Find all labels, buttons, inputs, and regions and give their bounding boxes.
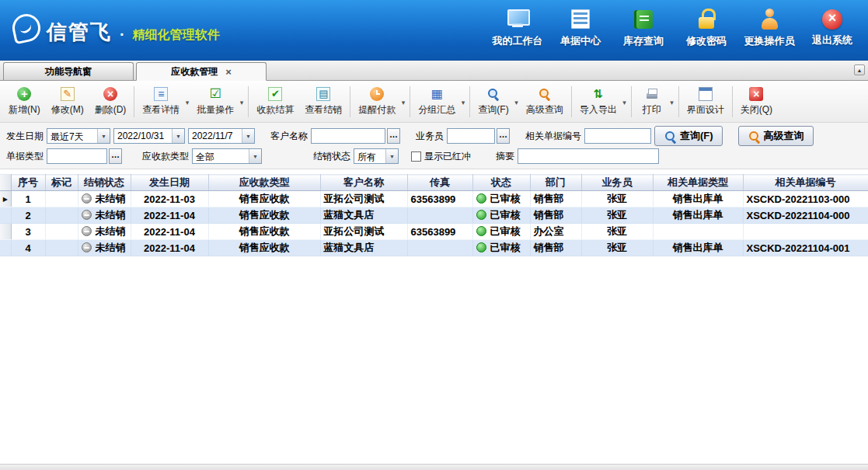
nav-switch-operator[interactable]: 更换操作员 [743, 9, 796, 48]
doc-type-input[interactable] [47, 148, 107, 164]
grid-corner-cell [0, 175, 11, 191]
app-header: 信管飞 · 精细化管理软件 我的工作台单据中心库存查询修改密码更换操作员退出系统 [0, 0, 868, 61]
remind-pay-button[interactable]: 提醒付款 [353, 83, 407, 120]
impexp-icon [591, 87, 605, 101]
tab-close-icon[interactable] [225, 67, 232, 77]
logo-subtitle: 精细化管理软件 [133, 28, 220, 42]
chevron-down-icon [97, 129, 110, 143]
column-header-related-doc-type[interactable]: 相关单据类型 [653, 175, 743, 191]
receivable-type-label: 应收款类型 [142, 150, 189, 163]
row-selector-cell[interactable] [0, 224, 11, 240]
related-doc-no-input[interactable] [584, 128, 651, 144]
receive-settle-button[interactable]: 收款结算 [251, 83, 299, 120]
cell-related-doc-type: 销售出库单 [653, 207, 743, 224]
nav-change-password[interactable]: 修改密码 [680, 9, 733, 48]
settle-status-label: 结销状态 [313, 150, 350, 163]
advanced-query-button[interactable]: 高级查询 [521, 83, 569, 120]
ui-icon [699, 87, 713, 101]
nav-exit-system[interactable]: 退出系统 [806, 9, 859, 48]
customer-name-input[interactable] [311, 128, 385, 144]
toolbar: 新增(N)修改(M)删除(D)查看详情批量操作收款结算查看结销提醒付款分组汇总查… [0, 81, 868, 123]
nav-doc-center[interactable]: 单据中心 [554, 9, 607, 48]
date-to-picker[interactable]: 2022/11/7 [188, 128, 255, 144]
table-row[interactable]: 3未结销2022-11-04销售应收款亚拓公司测试63563899已审核办公室张… [0, 224, 868, 240]
approved-status-icon [476, 210, 486, 220]
column-header-customer-name[interactable]: 客户名称 [320, 175, 407, 191]
column-header-fax[interactable]: 传真 [407, 175, 472, 191]
cell-related-doc-type: 销售出库单 [653, 191, 743, 207]
scroll-up-button[interactable] [854, 64, 865, 75]
edit-button[interactable]: 修改(M) [46, 83, 89, 120]
advanced-query-button[interactable]: 高级查询 [738, 126, 814, 146]
settle-status-select[interactable]: 所有 [354, 148, 399, 164]
nav-my-workspace[interactable]: 我的工作台 [491, 9, 544, 48]
column-header-status[interactable]: 状态 [472, 175, 530, 191]
nav-label: 修改密码 [686, 34, 727, 48]
tab-nav-window[interactable]: 功能导航窗 [3, 62, 134, 80]
nav-inventory-query[interactable]: 库存查询 [617, 9, 670, 48]
group-summary-button[interactable]: 分组汇总 [413, 83, 467, 120]
column-header-mark[interactable]: 标记 [45, 175, 78, 191]
approved-status-icon [476, 193, 486, 204]
table-row[interactable]: 4未结销2022-11-04销售应收款蓝猫文具店已审核销售部张亚销售出库单XSC… [0, 240, 868, 256]
query-button[interactable]: 查询(F) [472, 83, 520, 120]
toolbar-separator [571, 86, 572, 117]
cell-related-doc-no: XSCKD-20221104-001 [743, 240, 868, 256]
view-detail-button[interactable]: 查看详情 [137, 83, 191, 120]
cell-occur-date: 2022-11-03 [131, 191, 208, 207]
salesman-input[interactable] [447, 128, 495, 144]
date-filter-label: 发生日期 [6, 130, 44, 143]
toolbar-button-label: 分组汇总 [418, 103, 455, 117]
table-row[interactable]: 2未结销2022-11-04销售应收款蓝猫文具店已审核销售部张亚销售出库单XSC… [0, 207, 868, 224]
selected-row-arrow-icon [0, 196, 11, 203]
search-icon [486, 87, 500, 101]
show-red-label: 显示已红冲 [424, 150, 471, 163]
cell-status: 已审核 [472, 191, 530, 207]
ui-design-button[interactable]: 界面设计 [682, 83, 730, 120]
summary-input[interactable] [518, 148, 659, 164]
nav-label: 库存查询 [623, 34, 664, 48]
salesman-lookup-button[interactable] [497, 128, 510, 144]
tab-bar: 功能导航窗应收款管理 [0, 61, 868, 81]
batch-ops-button[interactable]: 批量操作 [191, 83, 246, 120]
row-selector-cell[interactable] [0, 240, 11, 256]
doc-type-lookup-button[interactable] [109, 148, 122, 164]
column-header-seq[interactable]: 序号 [11, 175, 45, 191]
customer-lookup-button[interactable] [387, 128, 400, 144]
delete-button[interactable]: 删除(D) [89, 83, 132, 120]
toolbar-button-label: 打印 [643, 103, 661, 117]
row-selector-cell[interactable] [0, 191, 11, 207]
close-tab-button[interactable]: 关闭(Q) [735, 83, 778, 120]
row-selector-cell[interactable] [0, 207, 11, 224]
column-header-settle-status[interactable]: 结销状态 [78, 175, 131, 191]
tab-strip: 功能导航窗应收款管理 [3, 62, 269, 80]
query-button[interactable]: 查询(F) [654, 126, 723, 146]
cell-status: 已审核 [472, 240, 530, 256]
column-header-salesman[interactable]: 业务员 [581, 175, 653, 191]
print-button[interactable]: 打印 [634, 83, 676, 120]
logo-separator: · [120, 26, 125, 42]
toolbar-button-label: 导入导出 [580, 103, 617, 117]
column-header-occur-date[interactable]: 发生日期 [131, 175, 208, 191]
add-button[interactable]: 新增(N) [3, 83, 46, 120]
import-export-button[interactable]: 导入导出 [574, 83, 629, 120]
table-row[interactable]: 1未结销2022-11-03销售应收款亚拓公司测试63563899已审核销售部张… [0, 191, 868, 207]
show-red-checkbox[interactable] [411, 151, 421, 162]
customer-filter-label: 客户名称 [270, 130, 308, 143]
tab-label: 功能导航窗 [45, 65, 92, 78]
viewsettle-icon [316, 87, 330, 101]
tab-receivable-mgmt[interactable]: 应收款管理 [136, 62, 267, 81]
column-header-related-doc-no[interactable]: 相关单据编号 [743, 175, 868, 191]
receivable-type-select[interactable]: 全部 [192, 148, 262, 164]
column-header-department[interactable]: 部门 [530, 175, 581, 191]
chevron-down-icon [249, 149, 261, 163]
print-icon [645, 87, 659, 101]
date-from-picker[interactable]: 2022/10/31 [113, 128, 185, 144]
date-range-select[interactable]: 最近7天 [47, 128, 110, 144]
column-header-receivable-type[interactable]: 应收款类型 [208, 175, 320, 191]
tab-label: 应收款管理 [171, 65, 218, 78]
filter-row-2: 单据类型 应收款类型 全部 结销状态 所有 显示已红冲 摘要 [0, 147, 868, 165]
view-settle-button[interactable]: 查看结销 [299, 83, 347, 120]
related-doc-no-label: 相关单据编号 [525, 130, 581, 143]
book-icon [632, 9, 655, 30]
